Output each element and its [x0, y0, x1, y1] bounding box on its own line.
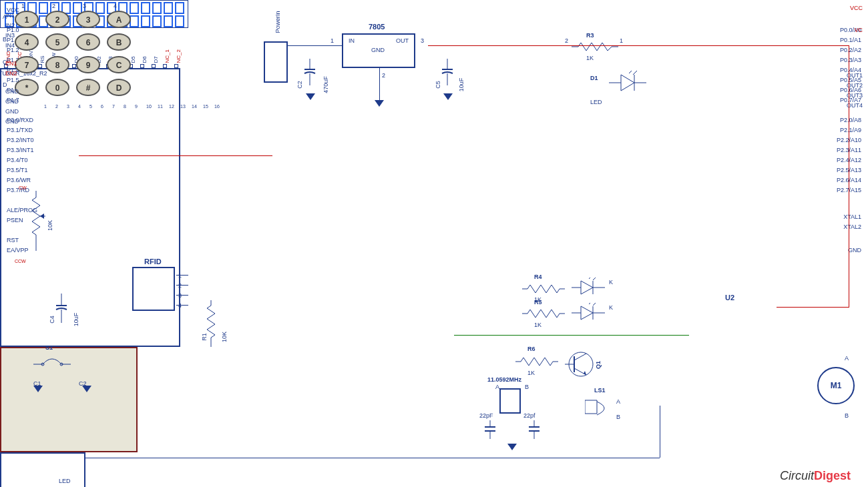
crystal-a: A [495, 384, 499, 390]
reg-in-lbl: IN [349, 37, 355, 44]
keypad-col-label: 1 [21, 3, 25, 9]
lcd-cell [141, 15, 150, 27]
lcd-pin-label: NC_2 [176, 49, 182, 63]
ccw-label: CCW [15, 259, 26, 264]
powerin-label: PowerIn [274, 11, 281, 33]
d1-led [609, 71, 652, 99]
lcd-pin-label: D5 [130, 56, 136, 63]
ls1-a: A [616, 398, 620, 405]
r1-val: 10K [221, 332, 228, 342]
keypad-key[interactable]: 0 [45, 79, 69, 96]
r6-ref: R6 [527, 346, 535, 352]
u2-pin-label: IN3 [5, 32, 15, 39]
reg-pin1: 1 [331, 37, 334, 44]
mcu-pin-label: P0.1/A1 [840, 37, 861, 43]
c5-ref: C5 [435, 81, 441, 89]
mcu-pin-label: RST [7, 237, 19, 244]
lcd-pin-number: 10 [146, 104, 152, 109]
mcu-pin-label: P2.0/A8 [840, 117, 861, 123]
u2-pin-label: VCC [850, 5, 863, 11]
keypad-key[interactable]: 6 [76, 33, 100, 51]
gnd-6 [507, 444, 517, 450]
keypad-key[interactable]: 8 [45, 56, 69, 73]
lcd-cell [95, 2, 105, 14]
motor: M1 [817, 367, 855, 404]
svg-line-22 [589, 303, 594, 304]
lcd-pin-number: 6 [101, 104, 103, 109]
keypad-key[interactable]: 7 [15, 56, 39, 73]
q1-transistor [565, 350, 594, 380]
svg-line-27 [574, 354, 586, 360]
reg-pin2: 2 [382, 72, 385, 79]
wire [176, 305, 188, 306]
u2-pin-label: GND [5, 108, 19, 115]
keypad-key[interactable]: B [107, 33, 131, 51]
ls1-ref: LS1 [594, 387, 606, 394]
motor-ref: M1 [831, 381, 842, 390]
cw-label: CW [19, 185, 27, 190]
lcd-cell [175, 15, 184, 27]
crystal [499, 388, 521, 414]
cx1-val: 22pF [479, 412, 493, 419]
lcd-pin-number: 1 [44, 104, 47, 109]
r3-val: 1K [586, 55, 594, 61]
u2-pin-label: IN2 [5, 22, 15, 29]
lcd-pin [140, 64, 144, 68]
svg-line-17 [593, 278, 598, 280]
svg-marker-12 [581, 281, 593, 294]
rfid-pin-num: 4 [178, 302, 182, 309]
ls1-buzzer [585, 395, 620, 423]
r6-resistor [515, 355, 558, 368]
lcd-cell [141, 2, 150, 14]
mcu-pin-label: P0.2/A2 [840, 47, 861, 53]
u2-motordriver: 2IN17IN210IN315IN41EN19EN24GND5GND12GND1… [0, 452, 85, 487]
lcd-pin-number: 3 [67, 104, 69, 109]
keypad-key[interactable]: 9 [76, 56, 100, 73]
led2-k: K [609, 279, 613, 286]
c4-ref: C4 [49, 316, 55, 324]
c5-capacitor [439, 59, 455, 92]
lcd-cell [130, 15, 139, 27]
lcd-pin [163, 64, 167, 68]
motor-a: A [845, 355, 849, 362]
keypad-key[interactable]: D [107, 79, 131, 96]
keypad-key[interactable]: 2 [45, 11, 69, 28]
gnd-2 [33, 386, 43, 392]
keypad-key[interactable]: C [107, 56, 131, 73]
keypad-key[interactable]: A [107, 11, 131, 28]
keypad-key[interactable]: # [76, 79, 100, 96]
svg-marker-6 [621, 75, 634, 91]
motor-b: B [845, 412, 849, 419]
u2-pin-label: VC [854, 27, 863, 33]
power-connector [264, 41, 288, 83]
mcu-pin-label: EA/VPP [7, 247, 29, 254]
potentiometer [27, 191, 45, 251]
cx2-cap [526, 420, 542, 444]
r1-ref: R1 [201, 333, 208, 341]
gnd-3 [306, 93, 315, 100]
keypad-led-label: LED [59, 478, 71, 484]
mcu-pin-label: PSEN [7, 217, 23, 223]
r3-pin2: 2 [565, 37, 568, 44]
cx1-cap [482, 420, 498, 444]
c5-val: 10uF [458, 78, 465, 92]
u2-pin-label: EN1 [5, 60, 17, 67]
led3-k: K [609, 304, 613, 311]
u2-pin-label: IN4 [5, 42, 15, 49]
mcu-pin-label: P3.5/T1 [7, 167, 28, 173]
s1-switch [33, 354, 71, 364]
keypad-key[interactable]: 1 [15, 11, 39, 28]
keypad-key[interactable]: 5 [45, 33, 69, 51]
keypad-key[interactable]: 3 [76, 11, 100, 28]
mcu-pin-label: P3.1/TXD [7, 127, 33, 133]
gnd-1 [82, 386, 91, 392]
wire [176, 285, 188, 286]
mcu-pin-label: P3.3/INT1 [7, 147, 34, 153]
mcu-pin-label: XTAL1 [843, 213, 861, 220]
wire [176, 295, 188, 296]
mcu-pin-label: P3.6/WR [7, 177, 31, 183]
led-2 [572, 278, 609, 303]
keypad-key[interactable]: 4 [15, 33, 39, 51]
mcu-pin-label: P3.4/T0 [7, 157, 28, 163]
crystal-val: 11.0592MHz [487, 376, 521, 383]
